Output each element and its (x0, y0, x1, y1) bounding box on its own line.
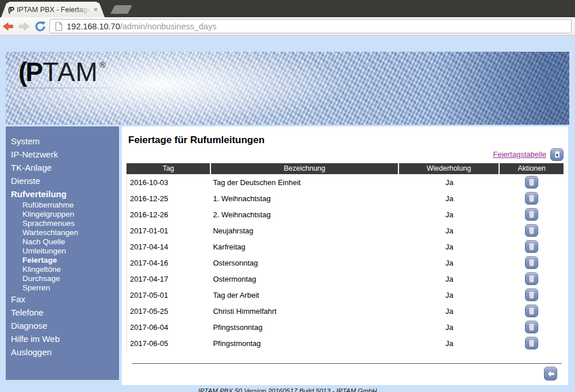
browser-back-button[interactable] (1, 20, 15, 33)
sidebar-item-tk-anlage[interactable]: TK-Anlage (6, 161, 119, 174)
sidebar-item-warteschlangen[interactable]: Warteschlangen (6, 228, 119, 237)
registered-mark: ® (99, 60, 106, 70)
browser-reload-button[interactable] (33, 20, 47, 33)
table-row: 2017-01-01 Neujahrstag Ja (126, 222, 564, 239)
new-tab-button[interactable] (110, 5, 132, 14)
trash-icon (528, 178, 535, 186)
table-row: 2017-04-17 Ostermontag Ja (126, 271, 564, 287)
table-row: 2017-05-25 Christi Himmelfahrt Ja (126, 303, 564, 319)
delete-holiday-button[interactable] (525, 272, 538, 285)
sidebar-item-sprachmenues[interactable]: Sprachmenues (6, 219, 119, 228)
holidays-table: TagBezeichnungWiederholungAktionen 2016-… (126, 163, 564, 351)
holiday-name: Ostersonntag (211, 255, 398, 271)
browser-toolbar: 192.168.10.70/admin/nonbusiness_days (0, 17, 575, 36)
sidebar-item-durchsage[interactable]: Durchsage (6, 274, 119, 283)
holiday-repeat: Ja (399, 190, 500, 206)
feiertagstabelle-link[interactable]: Feiertagstabelle (493, 150, 547, 159)
holiday-name: 2. Weihnachtstag (211, 206, 398, 222)
table-row: 2017-04-14 Karfreitag Ja (126, 239, 564, 255)
delete-holiday-button[interactable] (525, 305, 538, 317)
holiday-repeat: Ja (399, 239, 500, 255)
sidebar-item-rufverteilung[interactable]: Rufverteilung (6, 187, 119, 201)
sidebar-item-nach-quelle[interactable]: Nach Quelle (6, 237, 119, 247)
forward-arrow-icon (18, 20, 30, 33)
url-host: 192.168.10.70 (67, 22, 120, 31)
url-bar[interactable]: 192.168.10.70/admin/nonbusiness_days (49, 19, 572, 33)
table-row: 2016-12-25 1. Weihnachtstag Ja (126, 190, 564, 206)
back-arrow-icon (547, 370, 555, 378)
sidebar-item-umleitungen[interactable]: Umleitungen (6, 247, 119, 256)
holiday-date: 2017-04-17 (126, 271, 211, 287)
bottom-separator (132, 363, 562, 364)
holiday-date: 2017-04-16 (126, 255, 211, 271)
delete-holiday-button[interactable] (525, 289, 538, 301)
sidebar-item-hilfe-im-web[interactable]: Hilfe im Web (6, 332, 119, 345)
sidebar-item-ausloggen[interactable]: Ausloggen (6, 345, 119, 359)
sidebar-item-klingelt-ne[interactable]: Klingeltöne (6, 265, 119, 274)
column-header-wiederholung: Wiederholung (399, 163, 500, 174)
page-title: Feiertage für Rufumleitungen (128, 134, 564, 146)
sidebar-item-fax[interactable]: Fax (6, 293, 119, 306)
delete-holiday-button[interactable] (525, 208, 538, 221)
sidebar-item-sperren[interactable]: Sperren (6, 283, 119, 293)
table-row: 2017-06-05 Pfingstmontag Ja (126, 335, 564, 351)
tab-title: IPTAM PBX - Feiertage (17, 6, 92, 14)
holiday-name: Tag der Arbeit (211, 287, 398, 303)
table-document-icon (553, 151, 561, 159)
sidebar-item-diagnose[interactable]: Diagnose (6, 319, 119, 332)
trash-icon (528, 307, 535, 315)
table-row: 2017-06-04 Pfingstsonntag Ja (126, 319, 564, 335)
delete-holiday-button[interactable] (525, 321, 538, 333)
trash-icon (528, 339, 535, 347)
back-arrow-icon (2, 20, 14, 33)
delete-holiday-button[interactable] (525, 256, 538, 269)
holiday-repeat: Ja (399, 206, 500, 222)
table-row: 2016-12-26 2. Weihnachtstag Ja (126, 206, 564, 222)
holiday-repeat: Ja (399, 271, 500, 287)
sidebar-item-dienste[interactable]: Dienste (6, 174, 119, 187)
delete-holiday-button[interactable] (525, 192, 538, 205)
table-header-row: TagBezeichnungWiederholungAktionen (126, 163, 564, 174)
iptam-banner: (P TAM ® (6, 52, 569, 125)
table-row: 2017-04-16 Ostersonntag Ja (126, 255, 564, 271)
delete-holiday-button[interactable] (525, 176, 538, 189)
holiday-date: 2016-10-03 (126, 174, 211, 190)
main-content: Feiertage für Rufumleitungen Feiertagsta… (122, 126, 568, 385)
sidebar-item-telefone[interactable]: Telefone (6, 306, 119, 319)
holiday-repeat: Ja (399, 335, 500, 351)
holiday-date: 2016-12-26 (126, 206, 211, 222)
holiday-name: Christi Himmelfahrt (211, 303, 398, 319)
tab-close-icon[interactable]: × (92, 5, 99, 14)
sidebar-item-system[interactable]: System (6, 134, 119, 148)
browser-tab[interactable]: (P IPTAM PBX - Feiertage × (1, 2, 105, 17)
trash-icon (528, 226, 535, 235)
trash-icon (528, 210, 535, 218)
sidebar-item-ip-netzwerk[interactable]: IP-Netzwerk (6, 148, 119, 161)
sidebar-item-feiertage[interactable]: Feiertage (6, 256, 119, 265)
holiday-repeat: Ja (399, 303, 500, 319)
iptam-logo: (P TAM ® (18, 59, 115, 89)
footer-version-text: IPTAM PBX 50 Version 20160517 Build 5013… (198, 387, 377, 392)
holiday-name: Ostermontag (211, 271, 398, 287)
holiday-date: 2016-12-25 (126, 190, 211, 206)
url-text: 192.168.10.70/admin/nonbusiness_days (67, 22, 216, 31)
page-back-button[interactable] (544, 367, 557, 381)
delete-holiday-button[interactable] (525, 240, 538, 253)
sidebar-item-klingelgruppen[interactable]: Klingelgruppen (6, 210, 119, 219)
trash-icon (528, 291, 535, 299)
logo-light-text: TAM (43, 59, 98, 85)
table-link-row: Feiertagstabelle (126, 147, 564, 162)
holiday-date: 2017-05-25 (126, 303, 211, 319)
holiday-date: 2017-05-01 (126, 287, 211, 303)
sidebar-item-ruf-bernahme[interactable]: Rufübernahme (6, 201, 119, 210)
holiday-date: 2017-06-04 (126, 319, 211, 335)
browser-forward-button[interactable] (17, 20, 31, 33)
trash-icon (528, 323, 535, 331)
delete-holiday-button[interactable] (525, 224, 538, 237)
logo-underline (18, 87, 115, 89)
feiertagstabelle-button[interactable] (550, 148, 564, 161)
delete-holiday-button[interactable] (525, 337, 538, 349)
sidebar-nav: SystemIP-NetzwerkTK-AnlageDiensteRufvert… (6, 126, 119, 380)
holiday-name: Pfingstmontag (211, 335, 398, 351)
footer: IPTAM PBX 50 Version 20160517 Build 5013… (0, 385, 575, 392)
